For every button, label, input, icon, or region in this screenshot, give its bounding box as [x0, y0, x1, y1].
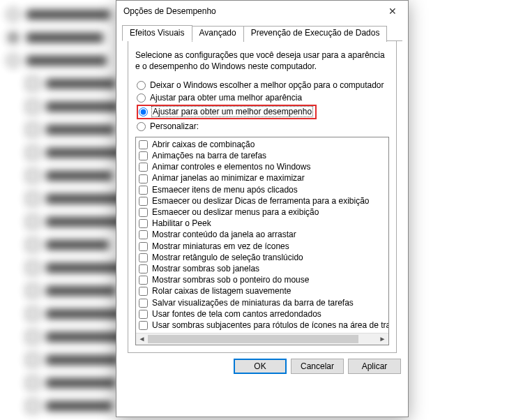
tab-1[interactable]: Avançado — [192, 26, 244, 42]
bg-radio-icon — [7, 8, 20, 21]
effect-label: Animar controles e elementos no Windows — [152, 163, 310, 172]
radio-input[interactable] — [137, 81, 146, 90]
effect-label: Esmaecer ou deslizar Dicas de ferramenta… — [152, 197, 369, 206]
effect-checkbox-row[interactable]: Mostrar retângulo de seleção translúcido — [139, 252, 386, 263]
effect-label: Mostrar conteúdo da janela ao arrastar — [152, 230, 296, 239]
effect-checkbox-row[interactable]: Animações na barra de tarefas — [139, 151, 386, 162]
effect-checkbox-row[interactable]: Usar sombras subjacentes para rótulos de… — [139, 320, 386, 331]
effect-checkbox-row[interactable]: Esmaecer ou deslizar Dicas de ferramenta… — [139, 195, 386, 207]
effect-checkbox[interactable] — [139, 287, 148, 296]
effect-checkbox[interactable] — [139, 310, 148, 319]
bg-text-placeholder — [46, 309, 123, 319]
apply-label: Aplicar — [362, 361, 388, 371]
effect-checkbox[interactable] — [139, 299, 148, 308]
effect-label: Salvar visualizações de miniaturas da ba… — [152, 299, 354, 308]
bg-text-placeholder — [46, 240, 109, 250]
bg-text-placeholder — [46, 79, 116, 89]
bg-checkbox-icon — [26, 123, 39, 136]
bg-checkbox-icon — [26, 239, 39, 251]
window-title: Opções de Desempenho — [123, 6, 377, 16]
effect-checkbox-row[interactable]: Mostrar miniaturas em vez de ícones — [139, 241, 386, 252]
effect-checkbox[interactable] — [139, 264, 148, 273]
effect-checkbox[interactable] — [139, 276, 148, 285]
effect-checkbox[interactable] — [139, 242, 148, 251]
chevron-left-icon: ◄ — [139, 335, 146, 343]
effect-label: Esmaecer itens de menu após clicados — [152, 186, 298, 195]
effect-checkbox-row[interactable]: Abrir caixas de combinação — [139, 139, 386, 150]
close-icon: ✕ — [388, 6, 397, 17]
effect-label: Animar janelas ao minimizar e maximizar — [152, 174, 305, 183]
performance-options-dialog: Opções de Desempenho ✕ Efeitos VisuaisAv… — [116, 0, 409, 417]
effect-checkbox[interactable] — [139, 219, 148, 228]
effects-listbox[interactable]: Abrir caixas de combinaçãoAnimações na b… — [135, 137, 389, 345]
scroll-right-button[interactable]: ► — [377, 333, 388, 345]
radio-label: Ajustar para obter um melhor desempenho — [152, 107, 312, 117]
bg-text-placeholder — [46, 378, 116, 388]
effect-label: Usar fontes de tela com cantos arredonda… — [152, 310, 321, 319]
bg-text-placeholder — [46, 148, 123, 158]
radio-option-3[interactable]: Personalizar: — [137, 120, 389, 133]
effect-label: Habilitar o Peek — [152, 219, 211, 228]
radio-group: Deixar o Windows escolher a melhor opção… — [137, 79, 389, 133]
effect-checkbox[interactable] — [139, 186, 148, 195]
effects-list-inner: Abrir caixas de combinaçãoAnimações na b… — [136, 137, 388, 332]
ok-button[interactable]: OK — [234, 359, 287, 374]
effect-label: Mostrar sombras sob janelas — [152, 264, 259, 273]
bg-text-placeholder — [26, 56, 107, 66]
cancel-button[interactable]: Cancelar — [291, 359, 344, 374]
radio-option-1[interactable]: Ajustar para obter uma melhor aparência — [137, 91, 389, 104]
effect-checkbox-row[interactable]: Animar controles e elementos no Windows — [139, 162, 386, 173]
effect-checkbox-row[interactable]: Animar janelas ao minimizar e maximizar — [139, 173, 386, 184]
effect-label: Abrir caixas de combinação — [152, 140, 255, 149]
effect-checkbox[interactable] — [139, 208, 148, 217]
scroll-thumb[interactable] — [148, 335, 358, 343]
apply-button[interactable]: Aplicar — [348, 359, 401, 374]
effect-checkbox-row[interactable]: Mostrar sombras sob o ponteiro do mouse — [139, 275, 386, 286]
bg-radio-icon — [7, 31, 20, 44]
bg-text-placeholder — [46, 332, 126, 342]
horizontal-scrollbar[interactable]: ◄ ► — [136, 333, 388, 345]
effect-checkbox-row[interactable]: Habilitar o Peek — [139, 218, 386, 230]
effect-checkbox[interactable] — [139, 253, 148, 262]
effect-checkbox-row[interactable]: Mostrar sombras sob janelas — [139, 263, 386, 274]
effect-checkbox-row[interactable]: Rolar caixas de listagem suavemente — [139, 286, 386, 297]
effect-checkbox[interactable] — [139, 197, 148, 206]
effect-checkbox[interactable] — [139, 321, 148, 330]
effect-checkbox-row[interactable]: Esmaecer ou deslizar menus para a exibiç… — [139, 207, 386, 218]
chevron-right-icon: ► — [379, 335, 386, 343]
effect-checkbox[interactable] — [139, 140, 148, 149]
radio-input[interactable] — [139, 107, 148, 117]
scroll-left-button[interactable]: ◄ — [136, 333, 148, 345]
radio-label: Deixar o Windows escolher a melhor opção… — [150, 80, 384, 90]
radio-input[interactable] — [137, 93, 146, 103]
radio-option-0[interactable]: Deixar o Windows escolher a melhor opção… — [137, 79, 389, 91]
tab-0[interactable]: Efeitos Visuais — [122, 25, 192, 41]
intro-text: Selecione as configurações que você dese… — [135, 50, 389, 72]
bg-checkbox-icon — [26, 77, 39, 90]
bg-text-placeholder — [26, 10, 110, 20]
effect-checkbox-row[interactable]: Usar fontes de tela com cantos arredonda… — [139, 308, 386, 320]
effect-checkbox[interactable] — [139, 163, 148, 172]
effect-checkbox-row[interactable]: Esmaecer itens de menu após clicados — [139, 184, 386, 195]
bg-text-placeholder — [46, 355, 119, 365]
effect-label: Mostrar sombras sob o ponteiro do mouse — [152, 276, 309, 285]
effect-label: Esmaecer ou deslizar menus para a exibiç… — [152, 208, 319, 217]
bg-text-placeholder — [46, 286, 116, 296]
effect-checkbox-row[interactable]: Salvar visualizações de miniaturas da ba… — [139, 297, 386, 308]
dialog-buttons: OK Cancelar Aplicar — [116, 359, 408, 381]
effect-checkbox[interactable] — [139, 174, 148, 183]
tabstrip-wrap: Efeitos VisuaisAvançadoPrevenção de Exec… — [116, 22, 408, 359]
effect-checkbox[interactable] — [139, 151, 148, 160]
bg-text-placeholder — [46, 102, 119, 112]
close-button[interactable]: ✕ — [377, 1, 408, 22]
bg-checkbox-icon — [26, 331, 39, 343]
bg-checkbox-icon — [26, 100, 39, 113]
radio-option-2[interactable]: Ajustar para obter um melhor desempenho — [137, 105, 317, 119]
tab-visual-effects: Selecione as configurações que você dese… — [128, 41, 397, 353]
scroll-track[interactable] — [148, 333, 377, 345]
tab-2[interactable]: Prevenção de Execução de Dados — [243, 26, 388, 42]
effect-checkbox-row[interactable]: Mostrar conteúdo da janela ao arrastar — [139, 230, 386, 241]
radio-input[interactable] — [137, 122, 146, 131]
effect-checkbox[interactable] — [139, 230, 148, 239]
bg-checkbox-icon — [26, 193, 39, 205]
